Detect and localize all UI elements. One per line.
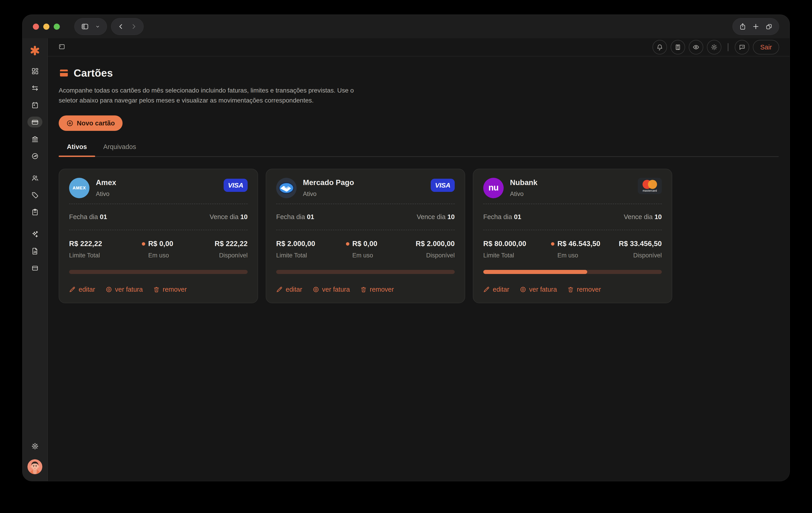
sparkles-icon [31,231,39,238]
new-card-button[interactable]: Novo cartão [59,115,122,131]
in-use-value: R$ 0,00 [352,240,377,248]
visa-badge: VISA [224,179,248,192]
available-value: R$ 33.456,50 [619,240,662,248]
theme-button[interactable] [707,40,721,54]
tab-overview-icon[interactable] [765,23,773,30]
available-label: Disponível [633,252,662,259]
titlebar [23,15,789,38]
calculator-button[interactable] [671,40,685,54]
close-window-button[interactable] [33,24,39,30]
logout-button[interactable]: Sair [753,40,779,54]
circle-dot-icon [106,286,112,293]
share-icon[interactable] [739,23,746,30]
sidebar-item-planning[interactable] [27,207,42,217]
new-tab-plus-icon[interactable] [752,23,759,30]
page-header: Cartões [59,67,779,79]
visa-badge: VISA [431,179,455,192]
remove-card-button[interactable]: remover [153,286,187,293]
credit-card-icon [31,118,39,126]
view-invoice-button[interactable]: ver fatura [313,286,350,293]
edit-card-button[interactable]: editar [483,286,509,293]
tab-ativos[interactable]: Ativos [59,143,95,156]
dashed-divider [276,230,455,230]
sidebar-item-ai[interactable] [27,228,42,240]
bank-icon [31,135,39,143]
card-header: nu Nubank Ativo VISA mastercard [483,178,662,198]
pencil-icon [69,286,76,293]
card-avatar: nu [483,178,504,198]
remove-card-button[interactable]: remover [567,286,601,293]
in-use-label: Em uso [557,252,578,259]
limit-total-value: R$ 80.000,00 [483,240,526,248]
tabs: Ativos Arquivados [59,143,779,157]
zoom-window-button[interactable] [54,24,60,30]
sidebar-item-accounts[interactable] [27,134,42,144]
closing-day: Fecha dia 01 [276,213,314,221]
feedback-button[interactable] [735,40,749,54]
user-avatar[interactable] [27,459,42,474]
back-button[interactable] [118,23,124,30]
available-label: Disponível [426,252,455,259]
card-header: AMEX Amex Ativo VISA mastercard [69,178,248,198]
remove-card-button[interactable]: remover [360,286,394,293]
card-limits-row: R$ 80.000,00 Limite Total R$ 46.543,50 E… [483,240,662,259]
sidebar-item-cards[interactable] [27,116,42,128]
card-actions: editar ver fatura remover [69,286,248,293]
chevron-down-icon[interactable] [95,24,100,29]
mastercard-badge: mastercard [638,178,662,194]
content-panel-toggle[interactable] [58,43,65,51]
card-page-icon [59,68,69,78]
view-invoice-button[interactable]: ver fatura [520,286,557,293]
sidebar-item-tags[interactable] [27,190,42,200]
limit-total-value: R$ 2.000,00 [276,240,315,248]
sidebar-item-subscriptions[interactable] [27,263,42,273]
sidebar-item-goals[interactable] [27,151,42,161]
tag-icon [31,191,39,199]
minimize-window-button[interactable] [43,24,49,30]
card-name: Mercado Pago [303,178,354,187]
card-status: Ativo [96,190,116,197]
content-area: Cartões Acompanhe todas os cartões do mê… [48,56,789,481]
dashed-divider [276,204,455,204]
history-nav-pill [111,18,144,35]
sidebar-item-calendar[interactable] [27,100,42,110]
sun-icon [711,44,718,51]
card-avatar: AMEX [69,178,89,198]
privacy-eye-button[interactable] [689,40,703,54]
card-actions: editar ver fatura remover [276,286,455,293]
traffic-lights [33,24,60,30]
trash-icon [153,286,160,293]
sidebar-item-transactions[interactable] [27,83,42,93]
forward-button[interactable] [130,23,137,30]
in-use-value: R$ 0,00 [148,240,173,248]
asterisk-logo-icon [30,45,40,56]
card-avatar [276,178,296,198]
dashed-divider [69,204,248,204]
app-logo[interactable] [30,42,40,59]
sidebar-item-settings[interactable] [27,441,42,452]
sidebar-toggle-pill[interactable] [74,18,107,35]
sidebar-item-dashboard[interactable] [27,65,42,76]
transfers-icon [31,84,39,92]
limit-total-label: Limite Total [483,252,514,259]
sidebar-panel-icon[interactable] [81,23,89,31]
sidebar-item-contacts[interactable] [27,172,42,184]
notifications-button[interactable] [652,40,667,54]
edit-card-button[interactable]: editar [276,286,302,293]
visa-logo-text: VISA [228,182,243,189]
edit-card-button[interactable]: editar [69,286,95,293]
in-use-label: Em uso [148,252,169,259]
card-days-row: Fecha dia 01 Vence dia 10 [276,213,455,221]
panel-card-icon [31,265,39,272]
in-use-dot-icon [551,242,554,246]
view-invoice-button[interactable]: ver fatura [106,286,143,293]
tab-arquivados[interactable]: Arquivados [95,143,144,156]
circle-dot-icon [313,286,319,293]
card-days-row: Fecha dia 01 Vence dia 10 [483,213,662,221]
dashed-divider [483,230,662,230]
due-day: Vence dia 10 [417,213,455,221]
card-status: Ativo [303,190,354,197]
sidebar-item-reports[interactable] [27,246,42,256]
in-use-dot-icon [142,242,145,246]
in-use-dot-icon [346,242,349,246]
